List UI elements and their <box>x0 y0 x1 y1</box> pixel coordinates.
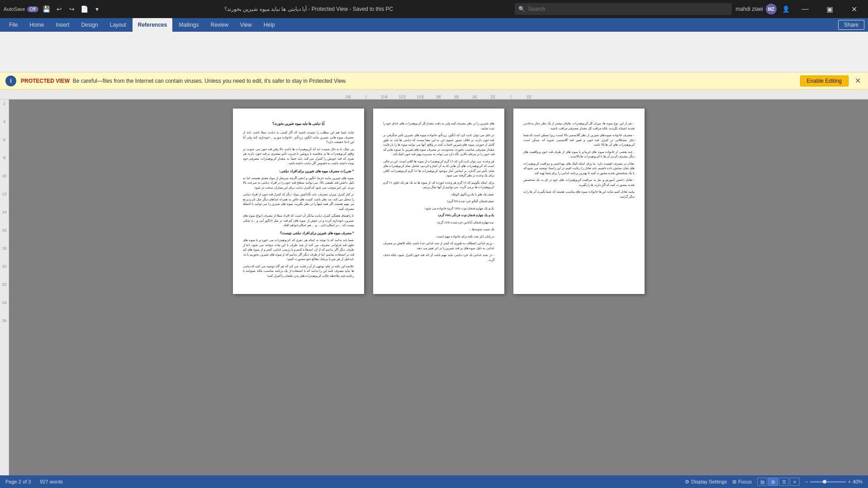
page-paragraph: در پایان ذکر چند نکته برای خانواده مهم ا… <box>383 234 494 239</box>
zoom-out-button[interactable]: − <box>805 479 808 484</box>
zoom-slider[interactable] <box>810 481 846 483</box>
ribbon-tabs: File Home Insert Design Layout Reference… <box>0 18 868 32</box>
doc-title: آیا دیابتی ها نباید میوه شیرین بخورند؟ -… <box>224 6 393 12</box>
focus-icon: ⊞ <box>732 479 736 485</box>
page-paragraph: تا راهنمای هفتگی کنترل دیابت بیانگر آن ا… <box>243 213 354 228</box>
close-button[interactable]: ✕ <box>844 0 864 18</box>
ruler-mark-v: 24 <box>0 300 9 318</box>
profile-button[interactable]: 👤 <box>780 4 791 14</box>
tab-mailings[interactable]: Mailings <box>173 18 204 32</box>
tab-view[interactable]: View <box>235 18 257 32</box>
ruler-mark: |8| <box>430 95 448 99</box>
page-paragraph: هر وعده، می توان ثابت کرد که 15 گرم کربو… <box>383 159 494 178</box>
autosave-label: AutoSave <box>4 6 25 12</box>
page-paragraph: میوه های شیرین مانند خرما، انگور، و انجی… <box>243 176 354 190</box>
web-layout-button[interactable]: ⊞ <box>768 478 778 486</box>
page-paragraph: در کنار کنترل میزان مصرف، باید نگذاشتن م… <box>243 192 354 211</box>
autosave-state: Off <box>27 6 38 12</box>
zoom-thumb <box>823 480 826 483</box>
display-settings-button[interactable]: ⚙ Display Settings <box>685 479 727 485</box>
quick-access-toolbar: 💾 ↩ ↪ 📄 ▾ <box>41 4 103 14</box>
close-protected-view-button[interactable]: ✕ <box>853 75 863 87</box>
protected-view-badge: PROTECTED VIEW <box>21 78 70 84</box>
page-paragraph: - در سند غذایی یک فرد دیابتی نباید مهم ب… <box>383 253 494 262</box>
vertical-ruler: 2 4 6 8 10 12 14 16 18 20 22 24 26 <box>0 99 9 475</box>
ruler-mark: |2| <box>484 95 502 99</box>
document-page: آیا دیابتی ها نباید میوه شیرین بخورند؟ ش… <box>233 109 364 294</box>
page-paragraph: نصف فنجان آلبالو خرد شده (85 گرم) <box>383 199 494 204</box>
page-paragraph: شما باید بدانید که با توجه به اینکه هر ن… <box>243 238 354 262</box>
ruler-mark-v: 8 <box>0 156 9 174</box>
ruler-mark: | <box>502 95 520 99</box>
ruler-mark-v: 12 <box>0 192 9 210</box>
ruler-mark-v: 16 <box>0 228 9 246</box>
search-icon: 🔍 <box>518 6 525 12</box>
outline-button[interactable]: ☰ <box>779 478 789 486</box>
print-layout-button[interactable]: ▤ <box>757 478 767 486</box>
redo-button[interactable]: ↪ <box>66 4 77 14</box>
status-right: ⚙ Display Settings ⊞ Focus ▤ ⊞ ☰ ≡ − + 4… <box>685 478 863 486</box>
avatar[interactable]: MZ <box>766 4 777 14</box>
protected-view-message: Be careful—files from the Internet can c… <box>73 78 347 84</box>
page-paragraph: سه چهارم فنجان آناناس خرد شده (224 گرم) <box>383 220 494 225</box>
display-settings-icon: ⚙ <box>685 479 689 485</box>
search-bar[interactable]: 🔍 <box>515 3 732 15</box>
tab-home[interactable]: Home <box>24 18 49 32</box>
zoom-level: 40% <box>853 479 863 484</box>
tab-help[interactable]: Help <box>258 18 280 32</box>
page-paragraph: های شیرین را در نظر مصرف کنید ولی به دقت… <box>383 121 494 131</box>
ruler-mark-v: 20 <box>0 264 9 282</box>
tab-insert[interactable]: Insert <box>50 18 75 32</box>
page-paragraph: - رژیم غذایی انعطاف به طوری که کمتر از س… <box>383 241 494 251</box>
share-button[interactable]: Share <box>838 20 864 30</box>
restore-button[interactable]: ▣ <box>819 0 840 18</box>
main-area: 2 4 6 8 10 12 14 16 18 20 22 24 26 آیا د… <box>0 99 868 475</box>
undo-button[interactable]: ↩ <box>54 4 65 14</box>
page-paragraph: - نفر از این نوع میوه ها، میزان کل کربوه… <box>523 121 635 131</box>
section-header: * مصرف میوه های شیرین برای افراد دیابتی … <box>243 231 354 236</box>
tab-references[interactable]: References <box>133 18 173 32</box>
save-button[interactable]: 💾 <box>41 4 52 14</box>
protected-view-icon: i <box>5 76 16 86</box>
section-header: * ضررات مصرف میوه های شیرین برای افراد د… <box>243 169 354 174</box>
ruler-mark-v: 14 <box>0 210 9 228</box>
title-bar: AutoSave Off 💾 ↩ ↪ 📄 ▾ آیا دیابتی ها نبا… <box>0 0 868 18</box>
ruler-mark-v: 6 <box>0 137 9 156</box>
zoom-in-button[interactable]: + <box>848 479 851 484</box>
user-name: mahdi ziaei <box>735 6 763 12</box>
ruler-mark-v: 26 <box>0 318 9 336</box>
zoom-control[interactable]: − + 40% <box>805 479 863 484</box>
enable-editing-button[interactable]: Enable Editing <box>800 76 849 86</box>
ruler-mark-v: 4 <box>0 119 9 137</box>
focus-button[interactable]: ⊞ Focus <box>732 479 752 485</box>
page-paragraph: بیایید تعادل کنیم شاید این ها خانواده می… <box>523 190 635 199</box>
ruler-mark: 18| <box>339 95 357 99</box>
user-info: mahdi ziaei MZ <box>735 4 777 14</box>
autosave-toggle[interactable]: AutoSave Off <box>4 6 38 12</box>
draft-button[interactable]: ≡ <box>790 478 800 486</box>
ruler-mark: | <box>357 95 375 99</box>
tab-review[interactable]: Review <box>205 18 234 32</box>
word-count: 927 words <box>40 479 63 484</box>
horizontal-ruler: 18| | |14| |12| |10| |8| |6| |4| |2| | |… <box>0 90 868 99</box>
ruler-mark-v: 2 <box>0 101 9 119</box>
ruler-mark: |12| <box>394 95 412 99</box>
tab-file[interactable]: File <box>4 18 23 32</box>
page-paragraph: یک و یک چهارم فنجان توت فرنگی (180 گرم) <box>383 213 494 218</box>
title-center: آیا دیابتی ها نباید میوه شیرین بخورند؟ -… <box>106 6 511 12</box>
page-paragraph: بی شک، تا به حال شنیده اید که کربوهیدرات… <box>243 147 354 166</box>
document-canvas[interactable]: آیا دیابتی ها نباید میوه شیرین بخورند؟ ش… <box>9 99 868 475</box>
document-page: های شیرین را در نظر مصرف کنید ولی به دقت… <box>373 109 504 294</box>
search-input[interactable] <box>528 6 728 12</box>
page-paragraph: در جای می توان ثابت کرد که انگور، زردآلو… <box>383 133 494 157</box>
tab-layout[interactable]: Layout <box>104 18 132 32</box>
minimize-button[interactable]: — <box>795 0 816 18</box>
customize-quick-access-button[interactable]: ▾ <box>92 4 103 14</box>
tab-design[interactable]: Design <box>76 18 103 32</box>
new-button[interactable]: 📄 <box>79 4 90 14</box>
page-paragraph: - تعادل داشتن آموزش و نیاز به مراقبت کرب… <box>523 178 635 187</box>
pages-container: آیا دیابتی ها نباید میوه شیرین بخورند؟ ش… <box>233 109 645 466</box>
ruler-mark: |6| <box>448 95 466 99</box>
ruler-mark-v: 22 <box>0 282 9 300</box>
title-bar-left: AutoSave Off 💾 ↩ ↪ 📄 ▾ <box>4 4 103 14</box>
